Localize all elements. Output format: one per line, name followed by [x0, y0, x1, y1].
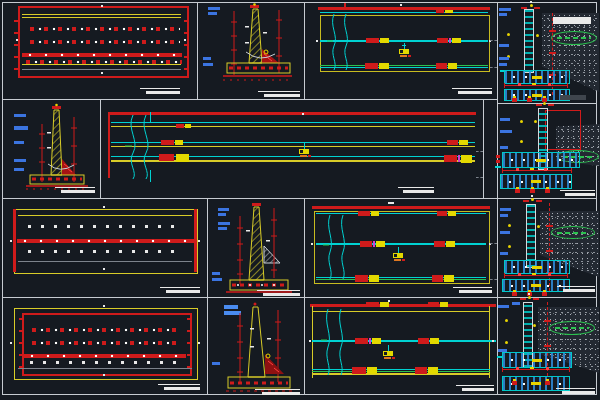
rebar-mark [512, 381, 517, 385]
yellow-dot [505, 319, 508, 322]
dimension-line [502, 369, 570, 370]
blue-annotation [498, 305, 509, 308]
cad-canvas[interactable] [0, 0, 600, 400]
yellow-dot [528, 296, 531, 299]
blue-annotation [512, 302, 520, 305]
green-callout [549, 321, 595, 335]
panel-detail-4 [0, 0, 600, 400]
rebar-mark [545, 381, 550, 385]
yellow-dot [505, 341, 508, 344]
white-dot [528, 293, 530, 295]
scale-bar [556, 388, 595, 395]
yellow-dot [533, 324, 536, 327]
footing-section [502, 352, 572, 368]
